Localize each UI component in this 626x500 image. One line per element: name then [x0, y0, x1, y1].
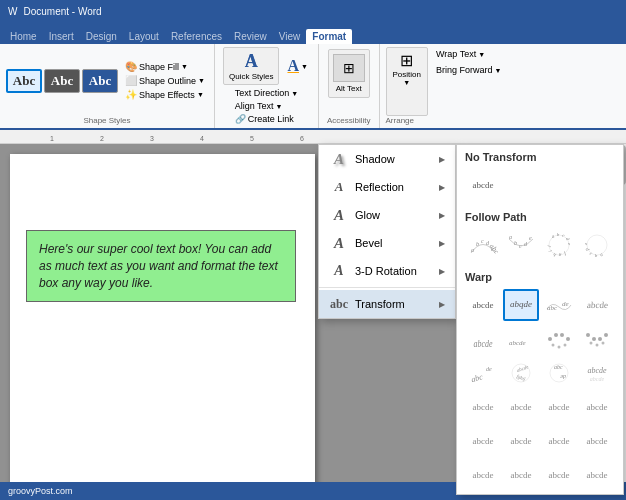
menu-item-shadow[interactable]: A Shadow ▶ — [319, 145, 455, 173]
warp-wave2[interactable]: abc de — [541, 289, 577, 321]
shape-style-2[interactable]: Abc — [44, 69, 80, 93]
menu-item-3d[interactable]: A 3-D Rotation ▶ — [319, 257, 455, 285]
transform-panel: No Transform abcde Follow Path abcde a b… — [456, 144, 624, 495]
svg-text:b: b — [476, 241, 479, 247]
bring-forward-label: Bring Forward — [436, 65, 493, 75]
warp-13[interactable]: abcde — [465, 459, 501, 491]
svg-text:abcde: abcde — [587, 366, 607, 375]
tab-references[interactable]: References — [165, 29, 228, 44]
menu-bevel-label: Bevel — [355, 237, 433, 249]
shape-style-3[interactable]: Abc — [82, 69, 118, 93]
warp-5[interactable]: abcde — [465, 391, 501, 423]
warp-slant2[interactable]: abcde fghij — [503, 357, 539, 389]
svg-text:3: 3 — [150, 135, 154, 142]
tab-format[interactable]: Format — [306, 29, 352, 44]
svg-text:e: e — [567, 243, 572, 246]
svg-point-45 — [558, 346, 561, 349]
warp-wave1-selected[interactable]: abqde — [503, 289, 539, 321]
shape-effects-label: Shape Effects — [139, 90, 195, 100]
text-fill-btn[interactable]: A ▼ — [285, 56, 310, 76]
svg-point-46 — [564, 344, 567, 347]
warp-4[interactable]: abcde abcde — [579, 357, 615, 389]
svg-text:4: 4 — [200, 135, 204, 142]
shadow-icon: A — [329, 150, 349, 168]
menu-3d-label: 3-D Rotation — [355, 265, 433, 277]
warp-15[interactable]: abcde — [541, 459, 577, 491]
wrap-text-btn[interactable]: Wrap Text ▼ — [432, 47, 505, 61]
transform-circle-rev[interactable]: a b c d e — [579, 229, 615, 261]
warp-deflate[interactable]: abcde — [503, 323, 539, 355]
bring-forward-btn[interactable]: Bring Forward ▼ — [432, 63, 505, 77]
shadow-arrow-icon: ▶ — [439, 155, 445, 164]
menu-item-glow[interactable]: A Glow ▶ — [319, 201, 455, 229]
tab-insert[interactable]: Insert — [43, 29, 80, 44]
svg-text:a: a — [509, 234, 512, 240]
transform-arc-down[interactable]: a b c d e — [503, 229, 539, 261]
menu-item-bevel[interactable]: A Bevel ▶ — [319, 229, 455, 257]
warp-16[interactable]: abcde — [579, 459, 615, 491]
warp-dots1[interactable] — [541, 323, 577, 355]
warp-9[interactable]: abcde — [465, 425, 501, 457]
warp-10[interactable]: abcde — [503, 425, 539, 457]
menu-glow-label: Glow — [355, 209, 433, 221]
alt-text-btn[interactable]: ⊞ Alt Text — [328, 49, 370, 98]
ribbon-tabs: Home Insert Design Layout References Rev… — [0, 22, 626, 44]
tab-view[interactable]: View — [273, 29, 307, 44]
wrap-arrow: ▼ — [478, 51, 485, 58]
text-dir-arrow: ▼ — [291, 90, 298, 97]
transform-arrow-icon: ▶ — [439, 300, 445, 309]
text-box[interactable]: Here's our super cool text box! You can … — [26, 230, 296, 302]
svg-text:abcde: abcde — [509, 339, 526, 347]
svg-text:5: 5 — [250, 135, 254, 142]
menu-item-transform[interactable]: abc Transform ▶ — [319, 290, 455, 318]
shape-effects-btn[interactable]: ✨ Shape Effects ▼ — [122, 88, 208, 101]
warp-7[interactable]: abcde — [541, 391, 577, 423]
ruler: 1 2 3 4 5 6 — [0, 130, 626, 144]
tab-review[interactable]: Review — [228, 29, 273, 44]
warp-dots2[interactable] — [579, 323, 615, 355]
position-btn[interactable]: ⊞ Position ▼ — [386, 47, 428, 116]
align-text-btn[interactable]: Align Text ▼ — [232, 100, 301, 112]
svg-point-53 — [602, 342, 605, 345]
warp-wave3[interactable]: abcde — [579, 289, 615, 321]
tab-home[interactable]: Home — [4, 29, 43, 44]
transform-arc-up[interactable]: abcde a b c d e — [465, 229, 501, 261]
menu-item-reflection[interactable]: A Reflection ▶ — [319, 173, 455, 201]
warp-6[interactable]: abcde — [503, 391, 539, 423]
tab-layout[interactable]: Layout — [123, 29, 165, 44]
svg-text:2: 2 — [100, 135, 104, 142]
shape-fill-btn[interactable]: 🎨 Shape Fill ▼ — [122, 60, 208, 73]
warp-slant1[interactable]: abc de — [465, 357, 501, 389]
warp-inflate[interactable]: abcde — [465, 323, 501, 355]
warp-plain[interactable]: abcde — [465, 289, 501, 321]
text-direction-btn[interactable]: Text Direction ▼ — [232, 87, 301, 99]
transform-icon: abc — [329, 295, 349, 313]
shape-outline-btn[interactable]: ⬜ Shape Outline ▼ — [122, 74, 208, 87]
svg-point-40 — [548, 337, 552, 341]
create-link-btn[interactable]: 🔗 Create Link — [232, 113, 301, 125]
shape-style-1[interactable]: Abc — [6, 69, 42, 93]
align-arrow: ▼ — [276, 103, 283, 110]
svg-text:a: a — [471, 247, 474, 253]
warp-8[interactable]: abcde — [579, 391, 615, 423]
tab-design[interactable]: Design — [80, 29, 123, 44]
warp-circle2[interactable]: abc de — [541, 357, 577, 389]
transform-circle[interactable]: a b c d e f g h i j — [541, 229, 577, 261]
arc-down-icon: a b c d e — [506, 231, 536, 259]
deflate-icon: abcde — [506, 325, 536, 353]
menu-transform-label: Transform — [355, 298, 433, 310]
create-link-label: Create Link — [248, 114, 294, 124]
svg-text:6: 6 — [300, 135, 304, 142]
warp-14[interactable]: abcde — [503, 459, 539, 491]
transform-item-notransform[interactable]: abcde — [465, 169, 501, 201]
svg-text:abcde: abcde — [590, 376, 605, 382]
warp-11[interactable]: abcde — [541, 425, 577, 457]
slant2-icon: abcde fghij — [506, 359, 536, 387]
warp-header: Warp — [457, 267, 623, 286]
quick-styles-btn[interactable]: A Quick Styles — [223, 47, 279, 85]
svg-point-41 — [554, 333, 558, 337]
reflection-icon: A — [329, 178, 349, 196]
alt-text-icon: ⊞ — [333, 54, 365, 82]
position-icon: ⊞ — [400, 51, 413, 70]
warp-12[interactable]: abcde — [579, 425, 615, 457]
